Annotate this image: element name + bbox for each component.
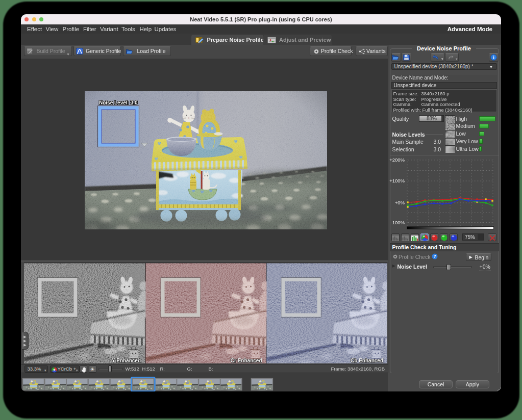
svg-text:Cb Enhanced: Cb Enhanced [351, 358, 383, 363]
svg-text:i: i [493, 55, 494, 60]
svg-text:Y Enhanced: Y Enhanced [112, 358, 141, 363]
svg-text:Cr Enhanced: Cr Enhanced [231, 358, 262, 363]
svg-text:Noise Level: 3.0: Noise Level: 3.0 [99, 99, 138, 105]
svg-text:?: ? [433, 254, 436, 259]
